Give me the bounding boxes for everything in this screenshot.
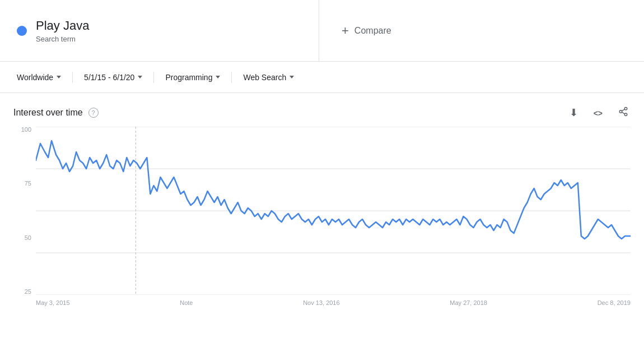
compare-area: + Compare bbox=[319, 0, 644, 61]
search-type-chevron-icon bbox=[290, 76, 294, 78]
help-icon-label: ? bbox=[92, 109, 95, 116]
plus-icon: + bbox=[342, 24, 349, 38]
y-label-50: 50 bbox=[25, 235, 31, 241]
search-term-dot bbox=[17, 26, 27, 36]
location-filter[interactable]: Worldwide bbox=[11, 70, 67, 85]
category-filter[interactable]: Programming bbox=[160, 70, 226, 85]
svg-line-3 bbox=[622, 112, 624, 114]
chart-header: Interest over time ? ⬇ <> bbox=[0, 93, 644, 127]
filter-separator-1 bbox=[72, 72, 73, 83]
x-label-may2018: May 27, 2018 bbox=[450, 299, 487, 306]
location-chevron-icon bbox=[57, 76, 61, 78]
chart-svg bbox=[36, 127, 631, 295]
share-button[interactable] bbox=[616, 104, 631, 122]
compare-button[interactable]: + Compare bbox=[342, 24, 391, 38]
note-label: Note bbox=[180, 299, 193, 306]
date-range-filter[interactable]: 5/1/15 - 6/1/20 bbox=[78, 70, 148, 85]
filters-bar: Worldwide 5/1/15 - 6/1/20 Programming We… bbox=[0, 62, 644, 93]
embed-code-button[interactable]: <> bbox=[591, 105, 605, 121]
svg-line-4 bbox=[622, 109, 624, 110]
download-icon: ⬇ bbox=[570, 107, 578, 118]
y-label-75: 75 bbox=[25, 181, 31, 187]
y-label-100: 100 bbox=[21, 127, 31, 133]
svg-point-0 bbox=[624, 107, 627, 110]
chart-container: 100 75 50 25 May 3, 2015 Note bbox=[13, 127, 631, 317]
trend-line bbox=[36, 141, 631, 239]
search-term-area: Play Java Search term bbox=[0, 0, 319, 61]
search-type-filter-label: Web Search bbox=[243, 73, 286, 82]
filter-separator-2 bbox=[153, 72, 154, 83]
chart-title-area: Interest over time ? bbox=[13, 108, 99, 118]
category-filter-label: Programming bbox=[165, 73, 212, 82]
download-button[interactable]: ⬇ bbox=[567, 104, 580, 121]
chart-title: Interest over time bbox=[13, 108, 83, 118]
compare-label: Compare bbox=[354, 26, 391, 36]
x-axis: May 3, 2015 Note Nov 13, 2016 May 27, 20… bbox=[36, 295, 631, 317]
search-term-title: Play Java bbox=[36, 19, 89, 33]
category-chevron-icon bbox=[216, 76, 220, 78]
location-filter-label: Worldwide bbox=[17, 73, 53, 82]
x-label-may2015: May 3, 2015 bbox=[36, 299, 70, 306]
chart-actions: ⬇ <> bbox=[567, 104, 631, 122]
search-term-text: Play Java Search term bbox=[36, 19, 89, 43]
share-icon bbox=[618, 108, 628, 119]
svg-point-2 bbox=[624, 113, 627, 116]
y-axis: 100 75 50 25 bbox=[13, 127, 36, 295]
svg-point-1 bbox=[619, 110, 622, 113]
chart-section: Interest over time ? ⬇ <> bbox=[0, 93, 644, 317]
x-label-nov2016: Nov 13, 2016 bbox=[303, 299, 339, 306]
filter-separator-3 bbox=[231, 72, 232, 83]
help-icon[interactable]: ? bbox=[88, 108, 99, 118]
search-term-subtitle: Search term bbox=[36, 35, 89, 43]
date-range-filter-label: 5/1/15 - 6/1/20 bbox=[84, 73, 134, 82]
code-icon: <> bbox=[594, 109, 603, 118]
y-label-25: 25 bbox=[25, 289, 31, 295]
x-label-dec2019: Dec 8, 2019 bbox=[598, 299, 631, 306]
page-header: Play Java Search term + Compare bbox=[0, 0, 644, 62]
search-type-filter[interactable]: Web Search bbox=[237, 70, 300, 85]
date-range-chevron-icon bbox=[138, 76, 142, 78]
chart-area bbox=[36, 127, 631, 295]
